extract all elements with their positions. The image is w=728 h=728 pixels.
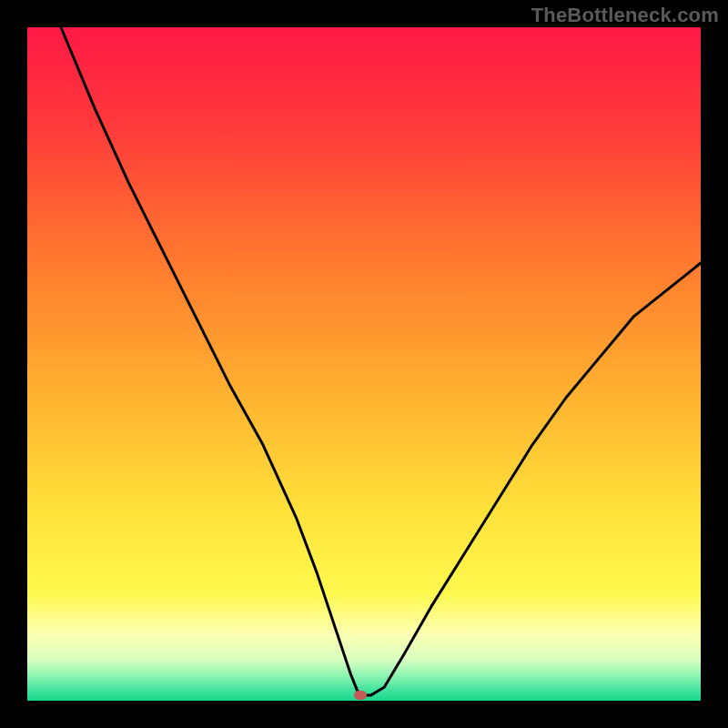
plot-background [27,27,701,701]
watermark-label: TheBottleneck.com [531,4,719,27]
optimal-point-marker [354,691,367,700]
chart-plot [27,27,701,701]
chart-container: TheBottleneck.com [0,0,728,728]
